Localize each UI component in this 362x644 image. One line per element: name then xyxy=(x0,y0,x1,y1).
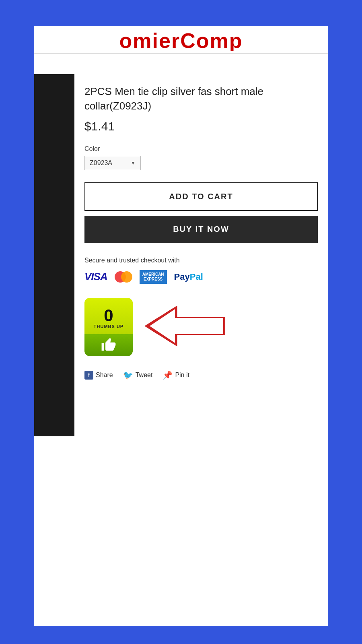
header-area: omierComp xyxy=(34,26,328,54)
thumbs-count-area: 0 THUMBS UP xyxy=(84,298,133,334)
red-arrow xyxy=(145,306,225,348)
product-image xyxy=(34,74,74,436)
social-share: f Share 🐦 Tweet 📌 Pin it xyxy=(84,370,318,388)
thumbs-icon-area xyxy=(84,334,133,356)
phone-frame: omierComp 2PCS Men tie clip silver fas s… xyxy=(34,26,328,626)
tweet-label: Tweet xyxy=(136,372,153,379)
paypal-icon: PayPal xyxy=(174,272,203,282)
pin-label: Pin it xyxy=(175,372,189,379)
buy-now-button[interactable]: BUY IT NOW xyxy=(84,216,318,243)
pinterest-share[interactable]: 📌 Pin it xyxy=(162,370,189,380)
svg-marker-3 xyxy=(150,309,223,343)
product-area: 2PCS Men tie clip silver fas short male … xyxy=(34,74,328,436)
secure-checkout-label: Secure and trusted checkout with xyxy=(84,257,318,264)
facebook-share[interactable]: f Share xyxy=(84,371,113,380)
twitter-icon: 🐦 xyxy=(123,370,133,380)
facebook-icon: f xyxy=(84,371,93,380)
color-label: Color xyxy=(84,145,318,153)
thumbs-up-icon xyxy=(101,337,116,353)
arrow-icon xyxy=(145,306,225,346)
page-wrapper: omierComp 2PCS Men tie clip silver fas s… xyxy=(0,0,362,644)
site-title: omierComp xyxy=(40,30,322,51)
twitter-share[interactable]: 🐦 Tweet xyxy=(123,370,153,380)
select-arrow-icon: ▼ xyxy=(131,160,136,166)
visa-icon: VISA xyxy=(84,270,107,283)
thumbs-count: 0 xyxy=(104,307,113,324)
thumbs-widget[interactable]: 0 THUMBS UP xyxy=(84,298,133,356)
add-to-cart-button[interactable]: ADD TO CART xyxy=(84,182,318,211)
pinterest-icon: 📌 xyxy=(162,370,173,380)
color-value: Z0923A xyxy=(90,159,112,167)
header-spacer xyxy=(34,54,328,74)
share-label: Share xyxy=(96,372,113,379)
thumbs-section: 0 THUMBS UP xyxy=(84,298,318,356)
product-price: $1.41 xyxy=(84,120,318,133)
mc-circle-right xyxy=(121,271,132,283)
payment-icons: VISA AMERICAN EXPRESS PayPal xyxy=(84,270,318,284)
product-details: 2PCS Men tie clip silver fas short male … xyxy=(74,74,328,436)
amex-icon: AMERICAN EXPRESS xyxy=(140,270,167,284)
thumbs-label: THUMBS UP xyxy=(94,324,123,329)
color-select[interactable]: Z0923A ▼ xyxy=(84,156,141,170)
product-title: 2PCS Men tie clip silver fas short male … xyxy=(84,84,318,114)
mastercard-icon xyxy=(115,271,132,283)
